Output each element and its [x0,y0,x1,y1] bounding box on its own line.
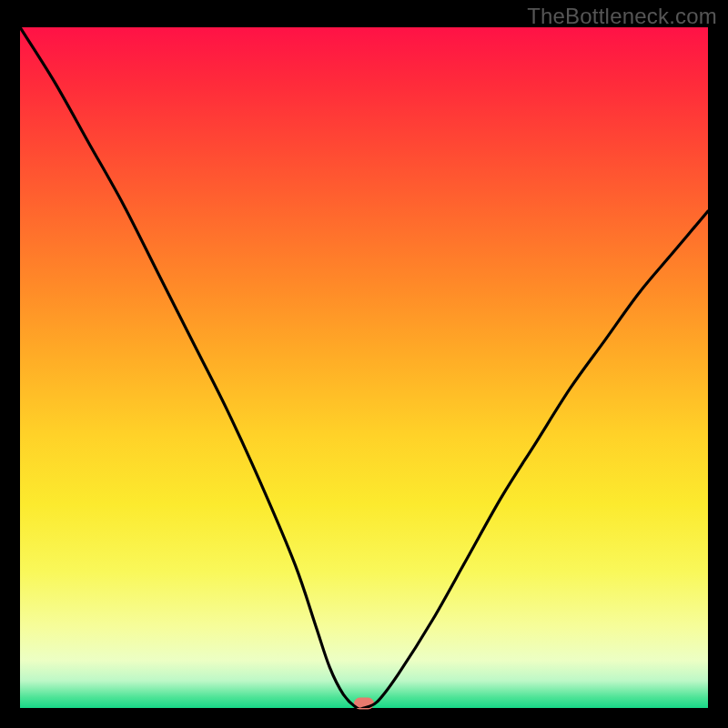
minimum-marker [354,698,374,710]
chart-frame: TheBottleneck.com [0,0,728,728]
plot-area [20,27,708,708]
curve-path [20,27,708,708]
watermark-text: TheBottleneck.com [527,4,717,29]
bottleneck-curve [20,27,708,708]
